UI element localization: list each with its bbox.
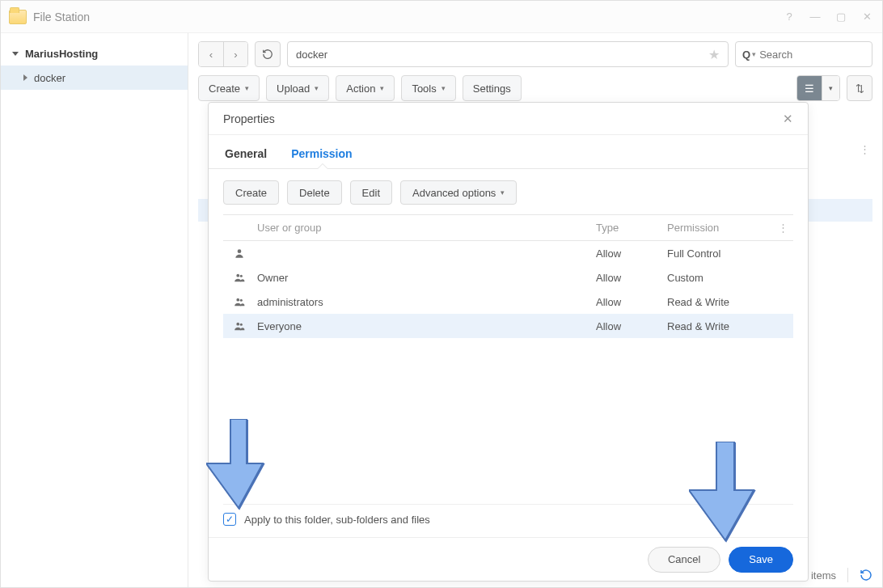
permissions-table: User or group Type Permission ⋮ AllowFul… [223, 214, 793, 338]
row-type: Allow [596, 272, 667, 284]
table-row[interactable]: AllowFull Control [223, 241, 793, 265]
items-count-label: items [811, 569, 836, 582]
chevron-down-icon: ▾ [752, 50, 756, 58]
svg-point-5 [236, 323, 239, 326]
col-header-user: User or group [256, 222, 596, 234]
row-permission: Full Control [667, 247, 772, 260]
perm-advanced-button[interactable]: Advanced options▾ [400, 180, 517, 205]
annotation-arrow-left [206, 419, 271, 518]
upload-button[interactable]: Upload▾ [266, 75, 329, 101]
titlebar: File Station ? — ▢ ✕ [1, 1, 882, 33]
app-folder-icon [9, 10, 27, 24]
refresh-icon[interactable] [860, 569, 872, 582]
col-header-permission: Permission [667, 222, 772, 234]
svg-point-3 [236, 298, 239, 302]
view-mode-group: ☰ ▾ [796, 75, 840, 101]
svg-point-2 [240, 275, 243, 277]
row-permission: Read & Write [667, 320, 772, 332]
tools-button[interactable]: Tools▾ [401, 75, 455, 101]
row-name: administrators [256, 296, 596, 308]
row-permission: Read & Write [667, 296, 772, 308]
refresh-button[interactable] [255, 41, 281, 67]
close-icon[interactable]: ✕ [860, 10, 874, 24]
sidebar: MariusHosting docker [1, 33, 188, 587]
nav-forward-button[interactable]: › [223, 42, 247, 66]
tree-item-label: docker [34, 72, 65, 84]
table-row[interactable]: OwnerAllowCustom [223, 265, 793, 290]
perm-edit-button[interactable]: Edit [350, 180, 392, 205]
svg-point-1 [236, 274, 239, 277]
tab-general[interactable]: General [223, 139, 275, 168]
maximize-icon[interactable]: ▢ [834, 10, 848, 24]
search-icon: Q [742, 49, 750, 61]
perm-delete-button[interactable]: Delete [287, 180, 342, 205]
window-title: File Station [33, 11, 90, 23]
status-bar: items [811, 568, 872, 582]
caret-down-icon [12, 52, 19, 56]
col-header-type: Type [596, 222, 667, 234]
search-box[interactable]: Q▾ [735, 41, 872, 67]
col-menu-icon[interactable]: ⋮ [772, 222, 793, 234]
row-type: Allow [596, 247, 667, 260]
settings-button[interactable]: Settings [463, 75, 522, 101]
help-icon[interactable]: ? [782, 10, 796, 24]
svg-point-0 [238, 249, 242, 253]
svg-point-6 [240, 324, 243, 326]
annotation-arrow-right [689, 442, 762, 549]
user-icon [223, 247, 256, 259]
svg-point-4 [240, 299, 243, 302]
action-toolbar: Create▾ Upload▾ Action▾ Tools▾ Settings … [198, 75, 872, 101]
row-permission: Custom [667, 272, 772, 284]
dialog-close-button[interactable]: ✕ [783, 112, 793, 126]
star-icon[interactable]: ★ [708, 47, 720, 62]
tree-item-docker[interactable]: docker [1, 66, 188, 90]
path-text: docker [296, 49, 327, 61]
table-row[interactable]: administratorsAllowRead & Write [223, 290, 793, 314]
view-list-button[interactable]: ☰ [797, 76, 822, 100]
nav-toolbar: ‹ › docker ★ Q▾ [198, 41, 872, 67]
search-input[interactable] [759, 49, 882, 61]
group-icon [223, 272, 256, 283]
create-button[interactable]: Create▾ [198, 75, 260, 101]
row-name: Owner [256, 272, 596, 284]
row-type: Allow [596, 296, 667, 308]
dialog-title: Properties [223, 112, 275, 125]
group-icon [223, 320, 256, 332]
tab-permission[interactable]: Permission [289, 139, 360, 168]
table-row[interactable]: EveryoneAllowRead & Write [223, 314, 793, 338]
row-type: Allow [596, 320, 667, 332]
caret-right-icon [23, 74, 27, 81]
cancel-button[interactable]: Cancel [648, 547, 720, 573]
perm-create-button[interactable]: Create [223, 180, 279, 205]
save-button[interactable]: Save [729, 547, 793, 573]
path-input[interactable]: docker ★ [287, 41, 729, 67]
row-name: Everyone [256, 320, 596, 332]
minimize-icon[interactable]: — [808, 10, 822, 24]
sort-button[interactable]: ⇅ [847, 75, 872, 101]
group-icon [223, 296, 256, 307]
tree-root[interactable]: MariusHosting [1, 41, 188, 66]
apply-label: Apply to this folder, sub-folders and fi… [244, 514, 430, 526]
view-dropdown-button[interactable]: ▾ [822, 76, 839, 100]
tree-root-label: MariusHosting [25, 48, 98, 60]
columns-menu-icon[interactable]: ⋮ [856, 143, 872, 155]
nav-back-button[interactable]: ‹ [199, 42, 223, 66]
action-button[interactable]: Action▾ [336, 75, 395, 101]
